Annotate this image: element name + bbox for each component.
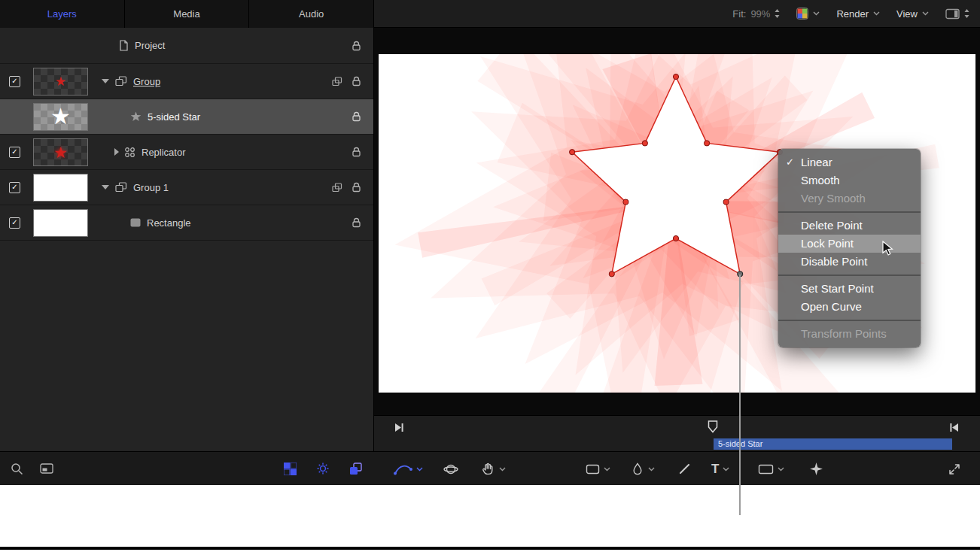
mini-timeline: 5-sided Star [374, 415, 980, 451]
in-point-marker-icon[interactable] [395, 423, 403, 432]
timeline-clip[interactable]: 5-sided Star [714, 438, 952, 450]
star-thumb-glyph: ★ [55, 75, 66, 88]
activation-checkbox[interactable]: ✓ [9, 76, 20, 87]
expand-view-button[interactable] [948, 452, 961, 485]
project-label: Project [135, 40, 165, 51]
stepper-icon[interactable] [775, 9, 780, 18]
gear-icon[interactable] [316, 462, 330, 475]
lock-icon[interactable] [352, 147, 361, 157]
activation-checkbox[interactable]: ✓ [9, 182, 20, 193]
app-window: Layers Media Audio Project [0, 0, 980, 485]
replicator-icon [124, 147, 135, 158]
lock-icon[interactable] [352, 217, 361, 228]
pan-tool[interactable] [481, 452, 506, 485]
point-context-menu: ✓ Linear Smooth Very Smooth Delete Point… [778, 149, 921, 347]
group1-thumbnail [33, 174, 88, 202]
layers-copy-icon[interactable] [349, 463, 362, 475]
lock-icon[interactable] [352, 41, 361, 51]
chevron-down-icon [723, 467, 729, 472]
document-icon [119, 40, 129, 51]
fit-control[interactable]: Fit: 99% [732, 8, 780, 20]
fit-value: 99% [750, 8, 770, 20]
out-point-marker-icon[interactable] [950, 423, 958, 432]
row-group[interactable]: ✓ ★ Group [0, 64, 373, 99]
layers-panel: Layers Media Audio Project [0, 0, 374, 485]
disclosure-right-icon[interactable] [114, 148, 119, 156]
replicator-label: Replicator [142, 147, 186, 158]
color-channel-dropdown[interactable] [796, 8, 820, 20]
edit-points-tool[interactable] [394, 452, 423, 485]
lock-icon[interactable] [352, 111, 361, 122]
stepper-icon[interactable] [964, 9, 969, 18]
tab-media[interactable]: Media [125, 0, 250, 28]
chevron-down-icon [778, 467, 784, 472]
expand-arrows-icon [948, 463, 961, 476]
tab-audio[interactable]: Audio [249, 0, 373, 28]
playhead-icon[interactable] [708, 420, 718, 433]
shape-tool[interactable] [758, 452, 784, 485]
text-tool[interactable]: T [711, 452, 729, 485]
row-group-1[interactable]: ✓ Group 1 [0, 170, 373, 205]
menu-item-delete-point[interactable]: Delete Point [778, 217, 921, 235]
group1-label: Group 1 [133, 182, 169, 193]
star-label: 5-sided Star [148, 111, 200, 123]
menu-item-smooth[interactable]: Smooth [778, 171, 921, 190]
sparkle-icon [809, 462, 823, 476]
row-rectangle[interactable]: ✓ Rectangle [0, 205, 373, 241]
lock-icon[interactable] [352, 182, 361, 193]
panel-tabbar: Layers Media Audio [0, 0, 373, 29]
rectangle-tool[interactable] [586, 452, 610, 485]
menu-item-disable-point[interactable]: Disable Point [778, 253, 921, 271]
row-project[interactable]: Project [0, 28, 373, 64]
fit-label: Fit: [732, 8, 746, 20]
menu-item-open-curve[interactable]: Open Curve [778, 298, 921, 316]
disclosure-down-icon[interactable] [102, 185, 109, 190]
check-icon: ✓ [11, 77, 17, 85]
render-label: Render [836, 8, 869, 20]
disclosure-down-icon[interactable] [102, 79, 109, 83]
menu-item-set-start-point[interactable]: Set Start Point [778, 280, 921, 298]
transparency-checkerboard-icon[interactable] [284, 463, 297, 475]
lock-icon[interactable] [352, 76, 361, 86]
chevron-down-icon [922, 11, 929, 16]
text-tool-icon: T [711, 463, 719, 475]
row-5-sided-star[interactable]: ★ 5-sided Star [0, 99, 373, 135]
shape-star-icon [130, 111, 142, 122]
chevron-down-icon [873, 11, 880, 16]
chevron-down-icon [604, 467, 610, 472]
layers-list: Project ✓ ★ [0, 28, 373, 241]
thumbnail-view-icon[interactable] [40, 463, 53, 474]
motion-app-screenshot: Layers Media Audio Project [0, 0, 980, 552]
row-replicator[interactable]: ✓ ★ Replicator [0, 135, 373, 170]
teardrop-pen-icon [631, 463, 644, 476]
rounded-rect-icon [586, 463, 600, 475]
paint-stroke-tool[interactable] [678, 452, 691, 485]
particles-tool[interactable] [809, 452, 823, 485]
search-icon[interactable] [11, 463, 23, 475]
group-label: Group [133, 76, 160, 87]
transform-3d-tool[interactable] [443, 452, 458, 485]
layers-badge-icon[interactable] [332, 77, 342, 86]
group-icon [115, 182, 127, 193]
tab-layers[interactable]: Layers [0, 0, 125, 28]
canvas-toolbar: Fit: 99% Rend [374, 0, 980, 28]
view-menu[interactable]: View [896, 8, 929, 20]
menu-item-linear[interactable]: ✓ Linear [778, 153, 921, 171]
star-thumb-glyph: ★ [53, 144, 68, 160]
shape-rectangle-icon [130, 218, 141, 227]
activation-checkbox[interactable]: ✓ [9, 217, 20, 229]
check-icon: ✓ [11, 148, 17, 156]
check-icon: ✓ [11, 219, 17, 226]
check-icon: ✓ [786, 153, 794, 171]
menu-item-transform-points: Transform Points [778, 325, 921, 343]
render-menu[interactable]: Render [836, 8, 880, 20]
mask-pen-tool[interactable] [631, 452, 655, 485]
color-swatch-icon [796, 8, 808, 20]
callout-line [739, 274, 741, 515]
window-layout-control[interactable] [945, 8, 969, 20]
mouse-cursor [882, 241, 893, 256]
menu-item-lock-point[interactable]: Lock Point [778, 235, 921, 253]
activation-checkbox[interactable]: ✓ [9, 147, 20, 158]
chevron-down-icon [499, 467, 506, 472]
layers-badge-icon[interactable] [332, 183, 342, 193]
